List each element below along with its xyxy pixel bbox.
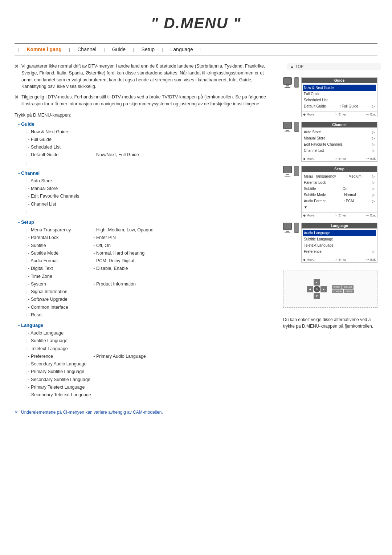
- nav-divider: |: [103, 47, 105, 52]
- section-title-guide: - Guide: [18, 121, 276, 127]
- up-button[interactable]: ▲: [314, 279, 320, 285]
- tree-item: | - Audio Language: [25, 329, 276, 337]
- inery-button[interactable]: INERY: [332, 285, 342, 289]
- warning-icon-2: ✕: [15, 94, 19, 108]
- tree-item: |: [25, 159, 276, 167]
- tv-body-guide: [283, 77, 292, 88]
- tv-remote-img4: [294, 223, 299, 233]
- left-button[interactable]: ◄: [307, 286, 313, 292]
- tv-unit-language: Language Audio Language Subtitle Languag…: [283, 223, 377, 263]
- down-button[interactable]: ▼: [314, 293, 320, 299]
- tree-item: | - Common Interface: [25, 304, 276, 311]
- top-button[interactable]: ▲ TOP: [287, 63, 381, 70]
- center-button[interactable]: 0: [314, 286, 320, 292]
- screen-row: Preference ▷: [304, 248, 375, 255]
- nav-item-language[interactable]: Language: [167, 46, 197, 52]
- footer-enter3: ☞ Enter: [335, 214, 346, 217]
- screen-header-channel: Channel: [302, 122, 377, 127]
- tree-item: | - Teletext Language: [25, 345, 276, 353]
- nav-item-channel[interactable]: Channel: [74, 46, 100, 52]
- screen-row: Subtitle Language: [304, 236, 375, 242]
- screen-row: Subtitle : On ▷: [304, 186, 375, 192]
- right-button[interactable]: ►: [320, 286, 327, 292]
- screen-row: Menu Transparency : Medium ▷: [304, 173, 375, 179]
- footer-exit3: ↩ Exit: [366, 214, 376, 217]
- screen-row: Now & Next Guide: [303, 85, 376, 91]
- tree-item: | - Audio Format - PCM, Dolby Digital: [25, 257, 276, 265]
- tv-remote-setup: [294, 166, 299, 176]
- tv-unit-guide: Guide Now & Next Guide Full Guide Schedu…: [283, 77, 377, 117]
- tv-body-channel: [283, 122, 292, 132]
- screen-row: Subtitle Mode : Normal ▷: [304, 192, 375, 198]
- nav-divider: |: [133, 47, 134, 52]
- warning-text-2: Tilgjengelig i DTV-modus. Forhandsinnsti…: [21, 94, 276, 108]
- ci-note: ✕ Underelementene på CI-menyen kan varie…: [15, 410, 377, 415]
- warning-text-1: Vi garanterer ikke normal drift av DTV-m…: [21, 63, 276, 90]
- top-arrow-icon: ▲: [290, 64, 294, 69]
- section-channel: - Channel | - Auto Store | - Manual Stor…: [18, 170, 276, 216]
- footer-move: ◆ Move: [303, 113, 315, 116]
- section-setup: - Setup | - Menu Transparency - High, Me…: [18, 219, 276, 319]
- tree-item: | - Now & Next Guide: [25, 128, 276, 136]
- tree-item: | - Subtitle Language: [25, 337, 276, 345]
- warning-2: ✕ Tilgjengelig i DTV-modus. Forhandsinns…: [15, 94, 276, 108]
- footer-enter4: ☞ Enter: [335, 258, 346, 262]
- screen-channel: Channel Auto Store ▷ Manual Store ▷ Edit…: [301, 122, 377, 162]
- warning-icon-1: ✕: [15, 63, 19, 90]
- ci-note-icon: ✕: [15, 410, 18, 415]
- bottom-description: Du kan enkelt velge disse alternativene …: [283, 316, 377, 329]
- ci-note-text: Underelementene på CI-menyen kan variere…: [21, 410, 163, 415]
- tv-remote-guide: [294, 77, 299, 88]
- screen-row: Manual Store ▷: [304, 135, 375, 141]
- screen-content-channel: Auto Store ▷ Manual Store ▷ Edit Favouri…: [302, 127, 377, 155]
- section-title-language: - Language: [18, 323, 276, 328]
- tv-remote-channel: [294, 122, 299, 132]
- screen-row: Channel List ▷: [304, 147, 375, 154]
- tree-item: | - Preference - Primary Audio Language: [25, 353, 276, 360]
- chlist-button[interactable]: CH.LIST: [342, 285, 354, 289]
- tv-base2: [285, 131, 290, 132]
- footer-exit2: ↩ Exit: [366, 157, 376, 161]
- screen-row: Audio Language: [303, 230, 376, 236]
- screen-footer-guide: ◆ Move ☞ Enter ↩ Exit: [302, 112, 377, 117]
- top-label: TOP: [295, 64, 303, 69]
- screen-guide: Guide Now & Next Guide Full Guide Schedu…: [301, 77, 377, 117]
- page-title: " D.MENU ": [15, 15, 377, 32]
- press-text: Trykk på D.MENU-knappen:: [15, 113, 276, 118]
- footer-move3: ◆ Move: [303, 214, 315, 217]
- tv-stand4: [286, 231, 289, 232]
- footer-exit4: ↩ Exit: [366, 258, 376, 262]
- left-panel: ✕ Vi garanterer ikke normal drift av DTV…: [15, 63, 276, 399]
- screen-row: Teletext Language: [304, 242, 375, 248]
- remote-control-image: ▲ ◄ 0 ► ▼ INERY CH.LIST: [294, 275, 367, 304]
- footer-move2: ◆ Move: [303, 157, 315, 161]
- footer-enter2: ☞ Enter: [335, 157, 346, 161]
- guide-button[interactable]: GUIDE: [344, 289, 354, 293]
- screen-row: ▼: [304, 204, 375, 210]
- screen-content-setup: Menu Transparency : Medium ▷ Parental Lo…: [302, 172, 377, 212]
- tree-item: | - Secondary Subtitle Language: [25, 376, 276, 384]
- screen-header-setup: Setup: [302, 166, 377, 172]
- section-title-setup: - Setup: [18, 219, 276, 225]
- screen-row: Full Guide: [304, 91, 375, 97]
- tv-remote-img2: [294, 122, 299, 132]
- tree-item: | - Reset: [25, 311, 276, 319]
- tv-remote-img3: [294, 166, 299, 176]
- tree-item: | - Subtitle Mode - Normal, Hard of hear…: [25, 250, 276, 257]
- nav-item-setup[interactable]: Setup: [138, 46, 159, 52]
- screen-footer-channel: ◆ Move ☞ Enter ↩ Exit: [302, 156, 377, 161]
- tv-body-img: [283, 77, 292, 85]
- tv-remote-img: [294, 77, 299, 88]
- tree-item: | - Edit Favourite Channels: [25, 193, 276, 200]
- tree-item: | - Secondary Audio Language: [25, 360, 276, 368]
- tv-unit-setup: Setup Menu Transparency : Medium ▷ Paren…: [283, 166, 377, 218]
- right-panel: ▲ TOP Guide Now & Next Gui: [283, 63, 377, 399]
- nav-item-guide[interactable]: Guide: [109, 46, 129, 52]
- nav-divider: |: [200, 47, 201, 52]
- nav-item-komme[interactable]: Komme i gang: [23, 46, 65, 52]
- tv-stand3: [286, 174, 289, 175]
- tv-stand2: [286, 130, 289, 131]
- dmenu-button[interactable]: D.MENU: [332, 289, 344, 293]
- screen-row: Auto Store ▷: [304, 129, 375, 135]
- screen-header-language: Language: [302, 223, 377, 228]
